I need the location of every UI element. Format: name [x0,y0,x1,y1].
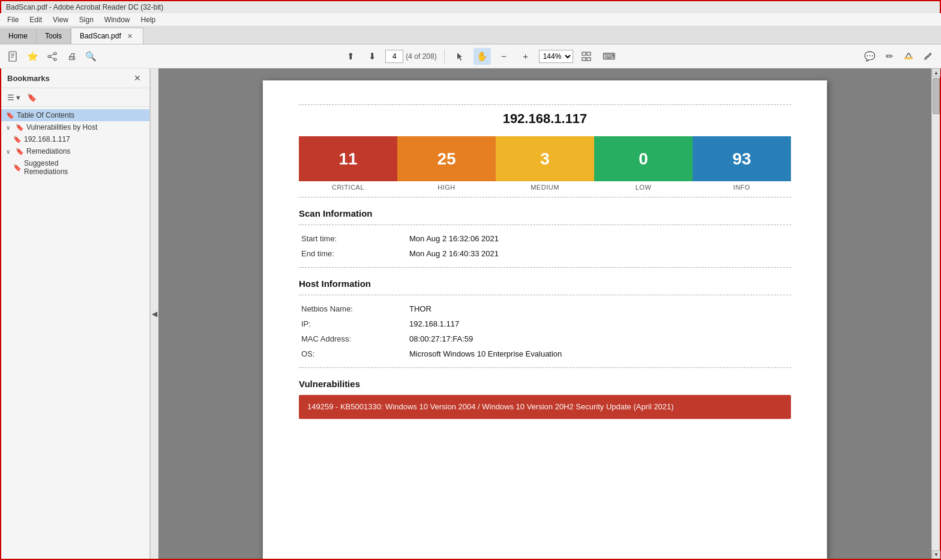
bookmark-vuln-icon: 🔖 [16,124,24,131]
after-severity-dashed [299,197,791,197]
bookmark-vuln-host[interactable]: ∨ 🔖 Vulnerabilities by Host [1,121,149,133]
vuln-heading: Vulnerabilities [299,379,791,389]
toolbar-center: ⬆ ⬇ (4 of 208) ✋ − + 144% 100% 75% 50% 2… [102,48,859,65]
bookmark-sug-icon: 🔖 [13,164,22,172]
scan-start-value: Mon Aug 2 16:32:06 2021 [407,231,791,246]
pencil-btn[interactable]: ✏ [881,48,898,65]
severity-info: 93 INFO [693,136,791,191]
severity-high-box: 25 [397,136,496,181]
host-os-value: Microsoft Windows 10 Enterprise Evaluati… [407,346,791,361]
sidebar-toolbar: ☰ ▾ 🔖 [1,88,149,107]
severity-low-box: 0 [594,136,693,181]
toolbar-right: 💬 ✏ [861,48,936,65]
severity-critical: 11 CRITICAL [299,136,397,191]
bookmark-rem-icon: 🔖 [16,148,24,155]
sidebar-title: Bookmarks [7,74,50,83]
svg-rect-12 [587,58,591,61]
severity-high-count: 25 [437,149,455,169]
page-number-input[interactable] [385,50,403,63]
bookmark-suggested[interactable]: 🔖 Suggested Remediations [1,157,149,178]
tab-badscan[interactable]: BadScan.pdf ✕ [71,28,143,44]
bookmark-toc-label: Table Of Contents [17,111,74,119]
menu-help[interactable]: Help [136,14,161,25]
host-info-heading: Host Information [299,278,791,289]
bookmark-toc[interactable]: 🔖 Table Of Contents [1,109,149,121]
scan-end-row: End time: Mon Aug 2 16:40:33 2021 [299,246,791,261]
host-netbios-label: Netbios Name: [299,301,407,316]
bookmark-ip[interactable]: 🔖 192.168.1.117 [1,133,149,145]
svg-point-4 [54,52,56,55]
scan-end-label: End time: [299,246,407,261]
severity-medium-box: 3 [496,136,594,181]
page-total: (4 of 208) [406,52,436,61]
svg-line-15 [909,53,911,57]
print-btn[interactable]: 🖨 [63,48,80,65]
scroll-up-btn[interactable]: ▲ [932,68,940,77]
search-btn[interactable]: 🔍 [82,48,100,65]
tab-tools[interactable]: Tools [37,28,71,44]
severity-low: 0 LOW [594,136,693,191]
bookmark-sug-label: Suggested Remediations [24,159,68,176]
sidebar-menu-btn[interactable]: ☰ ▾ [6,91,22,104]
svg-line-7 [50,54,54,56]
host-mac-value: 08:00:27:17:FA:59 [407,331,791,346]
cursor-tool-btn[interactable] [452,48,469,65]
comment-btn[interactable]: 💬 [861,48,879,65]
tab-bar: Home Tools BadScan.pdf ✕ [0,26,941,44]
zoom-in-btn[interactable]: + [517,48,534,65]
bookmark-remediations[interactable]: ∨ 🔖 Remediations [1,145,149,157]
bookmark-ip-icon: 🔖 [13,136,22,143]
bookmark-vuln-expand[interactable]: ∨ [6,124,13,131]
scroll-thumb[interactable] [933,78,940,114]
zoom-select[interactable]: 144% 100% 75% 50% 200% [539,50,573,63]
sidebar-close-btn[interactable]: ✕ [131,72,143,84]
svg-line-14 [906,53,908,57]
svg-rect-11 [582,58,586,61]
tab-home[interactable]: Home [0,28,37,44]
title-bar: BadScan.pdf - Adobe Acrobat Reader DC (3… [0,0,941,13]
scan-info-table: Start time: Mon Aug 2 16:32:06 2021 End … [299,231,791,261]
severity-low-label: LOW [636,184,652,191]
bookmark-vuln-label: Vulnerabilities by Host [26,123,97,131]
host-os-label: OS: [299,346,407,361]
scroll-track[interactable] [932,77,940,550]
severity-medium: 3 MEDIUM [496,136,594,191]
severity-bar: 11 CRITICAL 25 HIGH 3 MEDIUM [299,136,791,191]
menu-sign[interactable]: Sign [74,14,98,25]
severity-medium-count: 3 [540,149,550,169]
sidebar-header: Bookmarks ✕ [1,68,149,88]
pdf-area[interactable]: 192.168.1.117 11 CRITICAL 25 HIGH [158,68,931,559]
bookmark-btn[interactable]: ⭐ [24,48,41,65]
before-vuln-dashed [299,367,791,368]
share-btn[interactable] [44,48,61,65]
before-host-dashed [299,267,791,268]
svg-rect-10 [587,52,591,55]
prev-page-btn[interactable]: ⬆ [342,48,359,65]
scroll-down-btn[interactable]: ▼ [932,550,940,559]
menu-window[interactable]: Window [100,14,135,25]
bookmark-toc-icon: 🔖 [6,112,14,119]
window-title: BadScan.pdf - Adobe Acrobat Reader DC (3… [6,3,163,11]
hand-tool-btn[interactable]: ✋ [474,48,491,65]
menu-edit[interactable]: Edit [25,14,47,25]
sidebar-collapse-handle[interactable]: ◀ [150,68,158,559]
create-pdf-btn[interactable] [5,48,22,65]
keyboard-btn[interactable]: ⌨ [600,48,619,65]
svg-rect-0 [9,52,16,61]
menu-bar: File Edit View Sign Window Help [0,13,941,26]
fill-sign-btn[interactable] [919,48,936,65]
menu-file[interactable]: File [2,14,23,25]
severity-critical-box: 11 [299,136,397,181]
scan-info-heading: Scan Information [299,208,791,218]
sidebar-bookmark-btn[interactable]: 🔖 [24,91,40,104]
zoom-out-btn[interactable]: − [496,48,513,65]
scan-start-row: Start time: Mon Aug 2 16:32:06 2021 [299,231,791,246]
next-page-btn[interactable]: ⬇ [364,48,380,65]
bookmark-rem-expand[interactable]: ∨ [6,148,13,155]
highlight-btn[interactable] [900,48,917,65]
main-layout: Bookmarks ✕ ☰ ▾ 🔖 🔖 Table Of Contents ∨ … [0,68,941,560]
severity-critical-count: 11 [338,149,357,169]
tab-close-icon[interactable]: ✕ [126,32,134,40]
fit-page-btn[interactable] [578,48,595,65]
menu-view[interactable]: View [48,14,73,25]
